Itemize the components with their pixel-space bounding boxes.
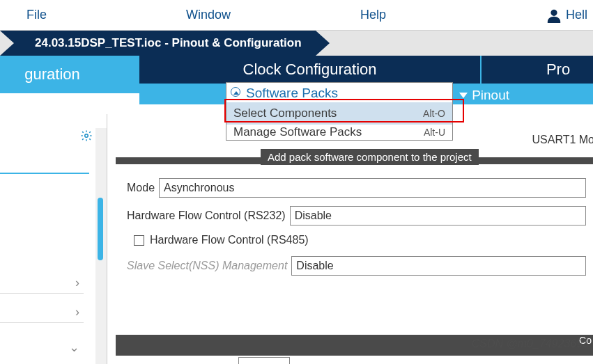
tab-pinout-configuration[interactable]: guration <box>0 56 139 93</box>
dropdown-title-text: Software Packs <box>246 86 338 100</box>
dropdown-title[interactable]: Software Packs <box>226 83 452 102</box>
tooltip: Add pack software component to the proje… <box>261 149 479 165</box>
chevron-down-icon <box>459 93 468 98</box>
rs232-label: Hardware Flow Control (RS232) <box>127 209 286 222</box>
scrollbar-thumb[interactable] <box>98 198 103 260</box>
menu-item-shortcut: Alt-U <box>424 127 445 138</box>
user-icon <box>546 8 562 23</box>
sidebar-scrollbar[interactable] <box>95 128 107 364</box>
menu-item-label: Manage Software Packs <box>233 125 362 139</box>
form-row-mode: Mode Asynchronous <box>127 178 586 198</box>
rs232-select[interactable]: Disable <box>290 206 586 225</box>
subtab-pinout-label: Pinout <box>472 88 509 103</box>
chevron-right-icon: › <box>75 276 79 290</box>
form-row-rs485: Hardware Flow Control (RS485) <box>134 234 586 246</box>
menu-help[interactable]: Help <box>360 8 386 22</box>
breadcrumb-item[interactable]: 24.03.15DSP_TEST.ioc - Pinout & Configur… <box>0 31 316 56</box>
rs485-checkbox[interactable] <box>134 235 144 246</box>
software-packs-dropdown: Software Packs Select Components Alt-O M… <box>226 82 453 141</box>
subtab-pinout[interactable]: Pinout <box>459 88 509 103</box>
rs485-label: Hardware Flow Control (RS485) <box>150 234 309 246</box>
menu-file[interactable]: File <box>26 8 47 22</box>
gear-icon[interactable] <box>80 129 93 145</box>
chevron-up-icon <box>231 87 240 97</box>
mode-label: Mode <box>127 182 155 194</box>
menu-item-manage-software-packs[interactable]: Manage Software Packs Alt-U <box>226 125 452 140</box>
svg-point-1 <box>85 134 88 138</box>
sidebar-item-collapsed[interactable]: › <box>0 273 84 294</box>
tab-project-manager[interactable]: Pro <box>482 56 593 84</box>
menu-bar: File Window Help Hell <box>0 0 593 31</box>
section-divider-bottom: Co <box>116 335 593 356</box>
breadcrumb-chevron-left <box>0 31 14 56</box>
bottom-corner-text: Co <box>579 335 592 346</box>
chevron-down-icon: ⌄ <box>69 340 79 355</box>
tabs-bar: guration Clock Configuration Pro Softwar… <box>0 56 593 93</box>
mode-select[interactable]: Asynchronous <box>159 178 586 198</box>
menu-item-label: Select Components <box>233 106 337 120</box>
tab-clock-configuration[interactable]: Clock Configuration <box>139 56 482 84</box>
sidebar: › › ⌄ <box>0 114 107 364</box>
menu-item-shortcut: Alt-O <box>423 108 445 119</box>
bottom-frame <box>238 357 290 364</box>
nss-label: Slave Select(NSS) Management <box>127 260 287 272</box>
menu-window[interactable]: Window <box>186 8 231 22</box>
user-greeting-text: Hell <box>566 8 587 22</box>
svg-point-0 <box>550 9 557 15</box>
menu-item-select-components[interactable]: Select Components Alt-O <box>226 102 452 125</box>
chevron-right-icon: › <box>75 305 79 319</box>
sidebar-item-expanded[interactable]: ⌄ <box>0 337 84 358</box>
breadcrumb-chevron-right <box>316 31 330 56</box>
breadcrumb: 24.03.15DSP_TEST.ioc - Pinout & Configur… <box>0 31 593 56</box>
user-greeting[interactable]: Hell <box>546 8 587 23</box>
breadcrumb-title: 24.03.15DSP_TEST.ioc - Pinout & Configur… <box>35 36 302 50</box>
nss-select: Disable <box>291 256 586 276</box>
sidebar-item-collapsed[interactable]: › <box>0 302 84 323</box>
sidebar-divider <box>0 173 89 174</box>
subtabs-bar: Software Packs Select Components Alt-O M… <box>139 84 593 104</box>
form-row-nss: Slave Select(NSS) Management Disable <box>127 256 586 276</box>
mode-config-form: Mode Asynchronous Hardware Flow Control … <box>127 178 586 284</box>
form-row-rs232: Hardware Flow Control (RS232) Disable <box>127 206 586 225</box>
usart-title: USART1 Mo <box>532 134 593 146</box>
